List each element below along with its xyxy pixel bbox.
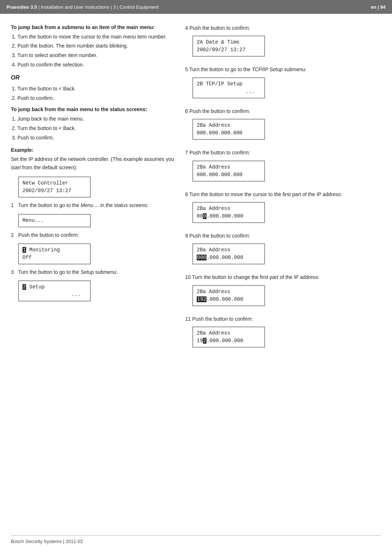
example-heading: Example: [11,147,174,153]
jump-back-main-list: Jump back to the main menu. Turn the but… [17,115,174,142]
footer: Bosch Security Systems | 2011-02 [11,535,381,544]
or-label: OR [11,74,174,81]
left-column: To jump back from a submenu to an item o… [11,24,185,356]
jump-back-submenu-list: Turn the button to move the cursor to th… [17,33,174,69]
step3-prefix: Turn the button to go to the Setup subme… [18,269,118,275]
step11-text: 11 Push the button to confirm: [185,315,381,323]
step-num-inline: 11 [185,316,192,322]
footer-text: Bosch Security Systems | 2011-02 [11,539,83,544]
product-name: Praesideo 3.5 [7,4,37,10]
screen-setup-line2: ... [23,292,81,297]
step-num-inline: 10 [185,274,192,280]
screen5-line1: 2B TCP/IP Setup [197,81,242,87]
step2-prefix: Push the button to confirm: [18,232,79,238]
screen9-inv: 000 [197,255,207,260]
screen5-line2: ... [197,89,255,94]
screen8-line1: 2Ba Address [197,206,230,211]
list-item: Turn the button to move the cursor to th… [17,33,174,41]
screen-setup-inv: 2 [23,284,26,290]
screen-monitoring-rest: Monitoring [26,247,60,253]
screen10: 2Ba Address 192.000.000.000 [192,285,265,306]
r-step9: 9 Push the button to confirm: 2Ba Addres… [185,232,381,268]
screen9: 2Ba Address 000.000.000.000 [192,243,265,264]
step-num: 1 [11,201,17,209]
screen-monitoring-inv: 1 [23,247,26,253]
r-step11: 11 Push the button to confirm: 2Ba Addre… [185,315,381,351]
r-step5: 5 Turn the button to go to the TCP/IP Se… [185,65,381,102]
jump-back-main-heading: To jump back from the main menu to the s… [11,106,174,113]
list-item: Push to confirm. [17,94,174,103]
step-num-inline: 9 [185,233,189,239]
step9-text: 9 Push the button to confirm: [185,232,381,240]
screen10-inv: 192 [197,296,207,302]
step-num: 3 [11,268,17,276]
step5-text: 5 Turn the button to go to the TCP/IP Se… [185,65,381,73]
screen11: 2Ba Address 192.000.000.000 [192,327,265,348]
screen6-line2: 000.000.000.000 [197,130,242,136]
list-item: Push to confirm the selection. [17,61,174,69]
list-item: Turn to select another item number. [17,51,174,60]
screen-default: Netw Controller 2002/09/27 13:27 [18,177,91,198]
main-content: To jump back from a submenu to an item o… [0,14,392,364]
step1-prefix: Turn the button to go to the Menu ... in… [18,202,148,208]
screen8: 2Ba Address 000.000.000.000 [192,202,265,223]
step-num-inline: 5 [185,66,189,72]
header-right: en | 94 [371,4,386,10]
r-step8: 8 Turn the button to move the cursor to … [185,190,381,227]
step-num-inline: 6 [185,108,189,114]
or-list: Turn the button to < Back. Push to confi… [17,85,174,103]
step1-text: 1 Turn the button to go to the Menu ... … [11,201,174,209]
screen-monitoring: 1 Monitoring Off [18,243,91,264]
screen4-line1: 2A Date & Time [197,39,240,45]
r-step4: 4 Push the button to confirm: 2A Date & … [185,24,381,60]
step2-text: 2 Push the button to confirm: [11,231,174,239]
screen9-line2: 000.000.000.000 [197,255,243,260]
step-num-inline: 8 [185,191,189,197]
header-left: Praesideo 3.5 | Installation and User In… [7,4,159,10]
jump-back-submenu-heading: To jump back from a submenu to an item o… [11,24,174,31]
screen7: 2Ba Address 000.000.000.000 [192,161,265,182]
screen5: 2B TCP/IP Setup ... [192,77,265,98]
screen7-line2: 000.000.000.000 [197,172,242,178]
screen-setup: 2 Setup ... [18,280,91,301]
screen-menu-line1: Menu... [23,218,44,223]
screen11-inv: 2 [203,338,207,344]
screen-setup-rest: Setup [26,284,44,290]
list-item: Jump back to the main menu. [17,115,174,123]
screen8-inv: 0 [203,213,207,219]
step-num: 2 [11,231,17,239]
screen6-line1: 2Ba Address [197,122,230,128]
screen4-line2: 2002/09/27 13:27 [197,47,245,53]
step-num-inline: 7 [185,150,189,155]
step10-text: 10 Turn the button to change the first p… [185,273,381,281]
screen11-line2: 192.000.000.000 [197,338,243,344]
screen10-line2: 192.000.000.000 [197,296,243,302]
header-subtitle: | Installation and User Instructions | 3… [38,4,159,10]
screen10-line1: 2Ba Address [197,289,230,295]
step8-text: 8 Turn the button to move the cursor to … [185,190,381,198]
screen-line2: 2002/09/27 13:27 [23,188,71,194]
step6-text: 6 Push the button to confirm: [185,107,381,115]
list-item: Turn the button to < Back. [17,124,174,133]
screen9-line1: 2Ba Address [197,247,230,253]
step-num-inline: 4 [185,25,189,31]
right-column: 4 Push the button to confirm: 2A Date & … [185,24,381,356]
step4-text: 4 Push the button to confirm: [185,24,381,32]
screen-line1: Netw Controller [23,180,68,186]
example-para: Set the IP address of the network contro… [11,155,174,171]
step7-text: 7 Push the button to confirm: [185,149,381,157]
header-bar: Praesideo 3.5 | Installation and User In… [0,0,392,14]
screen11-line1: 2Ba Address [197,330,230,336]
screen6: 2Ba Address 000.000.000.000 [192,119,265,140]
screen8-line2: 000.000.000.000 [197,213,243,219]
r-step10: 10 Turn the button to change the first p… [185,273,381,309]
screen-menu: Menu... [18,214,91,227]
screen4: 2A Date & Time 2002/09/27 13:27 [192,36,265,57]
r-step7: 7 Push the button to confirm: 2Ba Addres… [185,149,381,185]
list-item: Turn the button to < Back. [17,85,174,93]
step3-text: 3 Turn the button to go to the Setup sub… [11,268,174,276]
screen-monitoring-line2: Off [23,255,32,260]
screen7-line1: 2Ba Address [197,164,230,170]
list-item: Push the button. The item number starts … [17,42,174,50]
list-item: Push to confirm. [17,134,174,142]
